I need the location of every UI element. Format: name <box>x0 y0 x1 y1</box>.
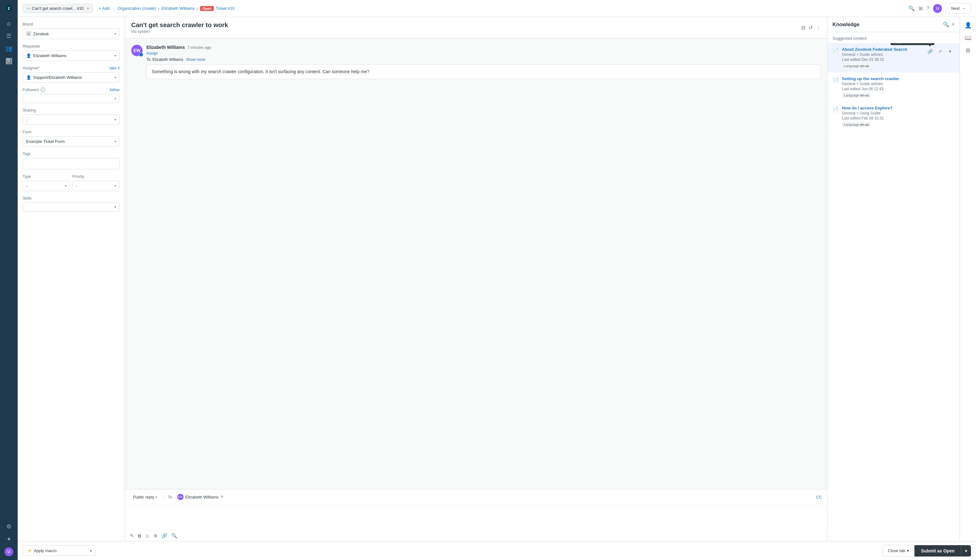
nav-avatar[interactable]: U <box>3 546 15 557</box>
submit-dropdown-button[interactable]: ▾ <box>961 545 971 557</box>
followers-select[interactable]: ▾ <box>23 94 120 103</box>
ticket-tab[interactable]: ▭ Can't get search crawl... #10 × <box>23 4 93 13</box>
format-emoji-icon[interactable]: ☺ <box>145 533 150 538</box>
requester-select[interactable]: 👤 Elizabeth Williams ▾ <box>23 50 120 61</box>
ticket-title: Can't get search crawler to work <box>131 22 228 29</box>
user-avatar[interactable]: U <box>933 4 942 13</box>
nav-item-views[interactable]: ☰ <box>3 30 15 42</box>
skills-field-group: Skills ▾ <box>23 196 120 212</box>
type-chevron-icon: ▾ <box>65 184 67 188</box>
person-icon: 👤 <box>26 53 31 58</box>
ticket-via: Via system <box>131 29 228 34</box>
add-tab-button[interactable]: + Add <box>95 4 113 13</box>
more-options-icon[interactable]: ⋮ <box>816 25 821 31</box>
bottom-bar: ⚡ Apply macro ▾ Close tab ▾ Submit as Op… <box>18 541 976 560</box>
open-article-button[interactable]: ↗ <box>936 47 944 56</box>
bookmark-button[interactable]: ✦ <box>946 47 954 56</box>
reply-to-avatar: EW <box>177 494 184 500</box>
assignee-label: Assignee* take it <box>23 66 120 70</box>
brand-select[interactable]: Z Zendesk ▾ <box>23 28 120 39</box>
nav-item-customers[interactable]: 👥 <box>3 43 15 54</box>
right-sidebar-book-icon[interactable]: 📖 <box>963 32 974 43</box>
breadcrumb-ticket[interactable]: Ticket #10 <box>216 6 235 11</box>
sharing-select[interactable]: - ▾ <box>23 115 120 125</box>
breadcrumb-sep-2: › <box>197 6 198 11</box>
type-value: - <box>26 183 27 188</box>
followers-chevron-icon: ▾ <box>115 97 116 100</box>
global-help-icon[interactable]: ? <box>926 6 929 12</box>
nav-item-apps[interactable]: ✦ <box>3 533 15 545</box>
reply-editor[interactable] <box>125 505 827 530</box>
format-bold-icon[interactable]: B <box>138 533 141 538</box>
knowledge-add-icon[interactable]: + <box>952 22 954 27</box>
format-link-icon[interactable]: 🔗 <box>162 533 167 538</box>
submit-button[interactable]: Submit as Open <box>914 545 961 557</box>
close-tab-button[interactable]: Close tab ▾ <box>883 545 915 557</box>
assign-link[interactable]: Assign <box>146 51 821 55</box>
followers-field-group: Followers i follow ▾ <box>23 88 120 103</box>
show-more-link[interactable]: Show more <box>186 57 205 62</box>
knowledge-header: Knowledge 🔍 + <box>828 17 959 32</box>
assignee-field-group: Assignee* take it 👤 Support/Elizabeth Wi… <box>23 66 120 83</box>
message-to-name: Elizabeth Williams <box>152 57 183 62</box>
right-sidebar-apps-icon[interactable]: ⊞ <box>963 45 974 56</box>
format-search-icon[interactable]: 🔍 <box>171 533 177 538</box>
breadcrumb-organization[interactable]: Organization (create) <box>118 6 156 11</box>
message-time: 7 minutes ago <box>187 45 211 50</box>
tab-title: Can't get search crawl... #10 <box>32 6 83 11</box>
article-category-1: General > Guide articles <box>842 52 923 57</box>
global-apps-icon[interactable]: ⊞ <box>919 5 923 12</box>
article-title-1: About Zendesk Federated Search <box>842 47 923 52</box>
nav-item-admin[interactable]: ⚙ <box>3 521 15 532</box>
tags-label: Tags <box>23 152 120 156</box>
form-field-group: Form Example Ticket Form ▾ <box>23 130 120 147</box>
assignee-value: Support/Elizabeth Williams <box>33 75 82 80</box>
copy-link-button[interactable]: 🔗 Copy link to conversation <box>926 47 934 56</box>
status-badge: Open <box>200 6 214 11</box>
brand-label: Brand <box>23 22 120 27</box>
history-icon[interactable]: ↺ <box>809 25 812 31</box>
follow-link[interactable]: follow <box>110 88 120 92</box>
article-actions-1: 🔗 Copy link to conversation ↗ ✦ <box>926 47 954 56</box>
priority-select[interactable]: - ▾ <box>73 181 120 191</box>
format-attachment-icon[interactable]: ⊕ <box>153 533 158 538</box>
apply-macro-button[interactable]: ⚡ Apply macro ▾ <box>23 545 96 556</box>
knowledge-search-icon[interactable]: 🔍 <box>943 22 949 27</box>
form-value: Example Ticket Form <box>26 139 65 144</box>
breadcrumb-requester[interactable]: Elizabeth Williams <box>162 6 195 11</box>
message-avatar: EW 👤 <box>131 45 143 56</box>
reply-type-button[interactable]: Public reply ▾ <box>130 493 160 502</box>
knowledge-item-2[interactable]: 📄 Setting up the search crawler General … <box>828 73 959 102</box>
brand-icon: Z <box>26 31 31 36</box>
article-date-3: Last edited Feb 09 10:31 <box>842 116 954 120</box>
message-to: To: Elizabeth Williams Show more <box>146 57 821 62</box>
nav-item-home[interactable]: ⌂ <box>3 18 15 29</box>
tags-input[interactable] <box>23 158 120 169</box>
global-search-icon[interactable]: 🔍 <box>909 5 915 12</box>
form-select[interactable]: Example Ticket Form ▾ <box>23 136 120 147</box>
reply-cc-button[interactable]: CC <box>816 495 822 500</box>
avatar-badge: 👤 <box>139 52 143 57</box>
knowledge-item-3[interactable]: 📄 How do I access Explore? General > Usi… <box>828 102 959 131</box>
assignee-select[interactable]: 👤 Support/Elizabeth Williams ▾ <box>23 72 120 83</box>
knowledge-items: 📄 About Zendesk Federated Search General… <box>828 43 959 541</box>
followers-info-icon[interactable]: i <box>41 88 45 92</box>
article-lang-3: Language en-us <box>842 122 871 127</box>
filter-icon[interactable]: ⊟ <box>801 25 805 31</box>
format-draft-icon[interactable]: ✎ <box>130 533 134 538</box>
assignee-person-icon: 👤 <box>26 75 31 80</box>
reply-to-edit-icon[interactable]: ✎ <box>220 495 224 499</box>
take-it-link[interactable]: take it <box>110 66 120 70</box>
knowledge-panel: Knowledge 🔍 + Suggested content 📄 About … <box>827 17 959 541</box>
right-sidebar-user-icon[interactable]: 👤 <box>963 20 974 31</box>
skills-select[interactable]: ▾ <box>23 202 120 212</box>
tab-close-button[interactable]: × <box>87 6 89 11</box>
nav-item-reporting[interactable]: 📊 <box>3 55 15 67</box>
article-icon-3: 📄 <box>833 106 839 112</box>
priority-field-group: Priority - ▾ <box>73 174 120 191</box>
knowledge-item-1[interactable]: 📄 About Zendesk Federated Search General… <box>828 43 959 73</box>
message-author: Elizabeth Williams <box>146 45 185 50</box>
type-select[interactable]: - ▾ <box>23 181 70 191</box>
next-button[interactable]: Next → <box>946 3 971 13</box>
nav-logo[interactable]: z <box>3 3 15 14</box>
